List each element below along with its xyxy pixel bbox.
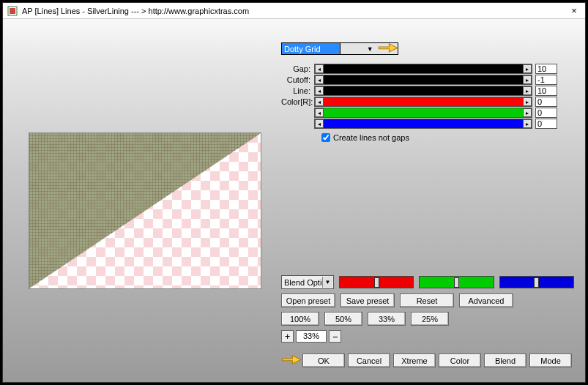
line-slider[interactable]: ◂ ▸ [314, 86, 532, 96]
color-b-slider[interactable]: ◂ ▸ [314, 119, 532, 129]
r-increment[interactable]: ▸ [523, 97, 532, 106]
close-button[interactable]: × [567, 5, 581, 17]
open-preset-button[interactable]: Open preset [281, 294, 335, 307]
g-track[interactable] [324, 108, 523, 117]
color-g-slider[interactable]: ◂ ▸ [314, 108, 532, 118]
color-button[interactable]: Color [439, 354, 481, 367]
slider-thumb[interactable] [454, 277, 459, 288]
preview-grid [29, 133, 261, 288]
line-value[interactable] [535, 86, 557, 96]
slider-group: Gap: ◂ ▸ Cutoff: ◂ ▸ [281, 64, 574, 142]
line-decrement[interactable]: ◂ [315, 86, 324, 95]
b-decrement[interactable]: ◂ [315, 119, 324, 128]
r-track[interactable] [324, 97, 523, 106]
preset-dropdown-value: Dotty Grid [282, 45, 340, 53]
zoom-value[interactable]: 33% [296, 330, 327, 343]
color-g-value[interactable] [535, 108, 557, 118]
ok-button[interactable]: OK [302, 354, 345, 367]
blend-options-select[interactable]: Blend Optio ▼ [281, 275, 334, 289]
zoom-100-button[interactable]: 100% [281, 312, 319, 326]
cutoff-label: Cutoff: [281, 75, 310, 84]
blend-red-slider[interactable] [339, 276, 414, 288]
cutoff-decrement[interactable]: ◂ [315, 75, 324, 84]
reset-button[interactable]: Reset [400, 294, 454, 307]
svg-rect-1 [10, 8, 15, 14]
blend-green-slider[interactable] [419, 276, 494, 288]
zoom-out-button[interactable]: − [329, 330, 341, 343]
g-increment[interactable]: ▸ [523, 108, 532, 117]
zoom-50-button[interactable]: 50% [324, 312, 362, 326]
dialog-window: AP [Lines] Lines - SilverLining --- > ht… [2, 2, 586, 383]
color-b-value[interactable] [535, 119, 557, 129]
g-decrement[interactable]: ◂ [315, 108, 324, 117]
line-track[interactable] [324, 86, 523, 95]
preset-dropdown[interactable]: Dotty Grid ▼ [281, 42, 398, 55]
gap-slider[interactable]: ◂ ▸ [314, 64, 532, 74]
r-decrement[interactable]: ◂ [315, 97, 324, 106]
create-lines-label: Create lines not gaps [333, 133, 409, 142]
mode-button[interactable]: Mode [529, 354, 572, 367]
gap-decrement[interactable]: ◂ [315, 64, 324, 73]
slider-thumb[interactable] [374, 277, 379, 288]
zoom-33-button[interactable]: 33% [368, 312, 406, 326]
zoom-in-button[interactable]: + [281, 330, 294, 343]
color-r-value[interactable] [535, 97, 557, 107]
gap-label: Gap: [281, 64, 310, 73]
cancel-button[interactable]: Cancel [348, 354, 390, 367]
color-r-slider[interactable]: ◂ ▸ [314, 97, 532, 107]
gap-value[interactable] [535, 64, 557, 74]
create-lines-checkbox[interactable] [321, 133, 330, 142]
slider-thumb[interactable] [534, 277, 539, 288]
gap-track[interactable] [324, 64, 523, 73]
blend-button[interactable]: Blend [484, 354, 526, 367]
blend-blue-slider[interactable] [499, 276, 574, 288]
chevron-down-icon: ▼ [322, 277, 332, 288]
cutoff-value[interactable] [535, 75, 557, 85]
b-increment[interactable]: ▸ [523, 119, 532, 128]
titlebar: AP [Lines] Lines - SilverLining --- > ht… [3, 3, 585, 19]
chevron-down-icon: ▼ [340, 43, 398, 54]
controls-panel: Dotty Grid ▼ Gap: ◂ ▸ [281, 40, 574, 142]
color-r-label: Color[R]: [281, 97, 310, 106]
line-label: Line: [281, 86, 310, 95]
cutoff-slider[interactable]: ◂ ▸ [314, 75, 532, 85]
preview-panel [29, 132, 261, 289]
window-title: AP [Lines] Lines - SilverLining --- > ht… [22, 7, 567, 15]
b-track[interactable] [324, 119, 523, 128]
blend-options-label: Blend Optio [284, 278, 326, 287]
save-preset-button[interactable]: Save preset [340, 294, 395, 307]
zoom-25-button[interactable]: 25% [411, 312, 449, 326]
gap-increment[interactable]: ▸ [523, 64, 532, 73]
dialog-content: Dotty Grid ▼ Gap: ◂ ▸ [3, 19, 585, 382]
cutoff-increment[interactable]: ▸ [523, 75, 532, 84]
advanced-button[interactable]: Advanced [459, 294, 513, 307]
cutoff-track[interactable] [324, 75, 523, 84]
bottom-panel: Blend Optio ▼ Open preset Save preset Re… [281, 271, 574, 370]
app-icon [7, 6, 18, 16]
line-increment[interactable]: ▸ [523, 86, 532, 95]
xtreme-button[interactable]: Xtreme [393, 354, 436, 367]
pointer-cursor-icon [281, 351, 302, 370]
